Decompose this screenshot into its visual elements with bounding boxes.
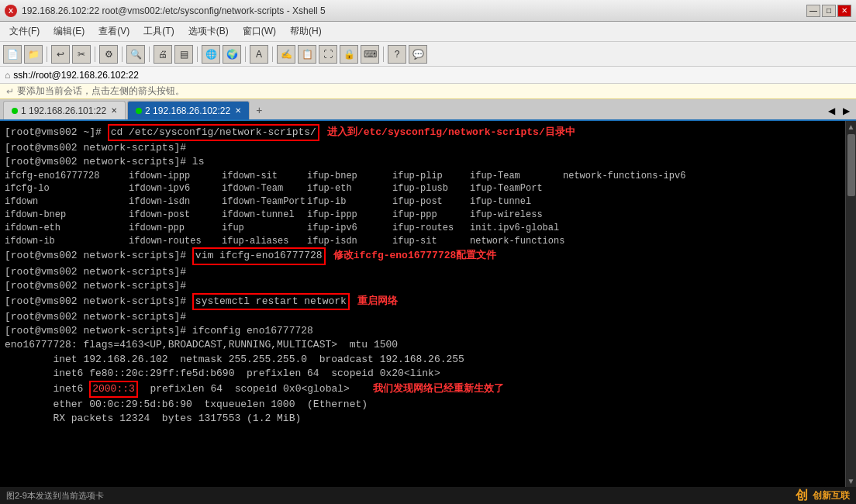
terminal-ls-row-3: ifdown ifdown-isdn ifdown-TeamPort ifup-…	[5, 195, 840, 209]
toolbar-sep-7	[272, 47, 273, 62]
globe-button[interactable]: 🌐	[202, 45, 220, 64]
toolbar-sep-5	[197, 47, 198, 62]
scroll-up-button[interactable]: ▲	[847, 123, 855, 131]
terminal-line-vim: [root@vms002 network-scripts]# vim ifcfg…	[5, 247, 840, 264]
toolbar-sep-2	[95, 47, 95, 62]
ifconfig-out-3: inet6 fe80::20c:29ff:fe5d:b690 prefixlen…	[5, 367, 840, 381]
font-button[interactable]: A	[250, 45, 268, 64]
lock-button[interactable]: 🔒	[340, 45, 358, 64]
toolbar-sep-8	[383, 47, 384, 62]
tab-2-label: 2 192.168.26.102:22	[145, 105, 230, 116]
toolbar-sep-4	[149, 47, 150, 62]
paste-button[interactable]: 📋	[298, 45, 316, 64]
logo-icon: 创	[796, 488, 808, 504]
tab-2-status-icon	[136, 108, 142, 114]
terminal-line-systemctl: [root@vms002 network-scripts]# systemctl…	[5, 293, 840, 310]
terminal-blank-2: [root@vms002 network-scripts]#	[5, 279, 840, 293]
title-bar: X 192.168.26.102:22 root@vms002:/etc/sys…	[0, 0, 856, 22]
menu-window[interactable]: 窗口(W)	[236, 23, 282, 40]
menu-tools[interactable]: 工具(T)	[137, 23, 180, 40]
annotation-systemctl: 重启网络	[357, 295, 398, 309]
chat-button[interactable]: 💬	[409, 45, 427, 64]
key-button[interactable]: ⌨	[361, 45, 379, 64]
terminal-line-ifconfig: [root@vms002 network-scripts]# ifconfig …	[5, 324, 840, 338]
tab-2[interactable]: 2 192.168.26.102:22 ✕	[127, 101, 250, 119]
scrollbar[interactable]: ▲ ▼	[845, 121, 856, 487]
add-tab-button[interactable]: +	[251, 102, 267, 118]
toolbar-sep-3	[122, 47, 123, 62]
window-controls: — □ ✕	[806, 5, 851, 17]
terminal-blank-1: [root@vms002 network-scripts]#	[5, 265, 840, 279]
compose-button[interactable]: ✍	[277, 45, 295, 64]
globe2-button[interactable]: 🌍	[223, 45, 241, 64]
new-session-button[interactable]: 📄	[3, 45, 22, 64]
terminal-ls-row-6: ifdown-ib ifdown-routes ifup-aliases ifu…	[5, 235, 840, 248]
expand-button[interactable]: ⛶	[319, 45, 337, 64]
menu-edit[interactable]: 编辑(E)	[47, 23, 91, 40]
print2-button[interactable]: ▤	[174, 45, 193, 64]
watermark-label: 图2-9本发送到当前选项卡	[6, 490, 104, 502]
terminal-blank-3: [root@vms002 network-scripts]#	[5, 310, 840, 324]
back-button[interactable]: ↩	[51, 45, 70, 64]
app-icon: X	[5, 5, 17, 17]
menu-tabs[interactable]: 选项卡(B)	[182, 23, 235, 40]
tab-nav-left[interactable]: ◀	[825, 104, 838, 118]
session-hint: ↵ 要添加当前会话，点击左侧的箭头按钮。	[0, 84, 856, 99]
menu-bar: 文件(F) 编辑(E) 查看(V) 工具(T) 选项卡(B) 窗口(W) 帮助(…	[0, 22, 856, 42]
tab-bar: 1 192.168.26.101:22 ✕ 2 192.168.26.102:2…	[0, 99, 856, 121]
help-button[interactable]: ?	[388, 45, 406, 64]
annotation-ipv6: 我们发现网络已经重新生效了	[373, 382, 504, 396]
toolbar: 📄 📁 ↩ ✂ ⚙ 🔍 🖨 ▤ 🌐 🌍 A ✍ 📋 ⛶ 🔒 ⌨ ? 💬	[0, 42, 856, 67]
toolbar-sep-6	[245, 47, 246, 62]
tab-nav-right[interactable]: ▶	[840, 104, 853, 118]
title-left: X 192.168.26.102:22 root@vms002:/etc/sys…	[5, 5, 326, 17]
maximize-button[interactable]: □	[822, 5, 836, 17]
systemctl-cmd: systemctl restart network	[192, 293, 350, 310]
vim-cmd: vim ifcfg-eno16777728	[192, 247, 326, 264]
app-window: X 192.168.26.102:22 root@vms002:/etc/sys…	[0, 0, 856, 504]
terminal-ls-row-4: ifdown-bnep ifdown-post ifdown-tunnel if…	[5, 209, 840, 222]
terminal-line-1: [root@vms002 ~]# cd /etc/sysconfig/netwo…	[5, 124, 840, 141]
annotation-vim: 修改ifcfg-eno16777728配置文件	[333, 249, 497, 263]
open-button[interactable]: 📁	[24, 45, 43, 64]
ifconfig-out-5: ether 00:0c:29:5d:b6:90 txqueuelen 1000 …	[5, 398, 840, 412]
hint-icon: ↵	[6, 86, 14, 97]
menu-file[interactable]: 文件(F)	[3, 23, 46, 40]
cmd-1: cd /etc/sysconfig/network-scripts/	[108, 124, 319, 141]
ls-col-1-1: ifcfg-eno16777728	[5, 170, 129, 183]
menu-help[interactable]: 帮助(H)	[284, 23, 328, 40]
hint-text: 要添加当前会话，点击左侧的箭头按钮。	[17, 85, 185, 98]
ipv6-highlight: 2000::3	[89, 381, 138, 398]
terminal-line-2: [root@vms002 network-scripts]#	[5, 141, 840, 155]
forward-button[interactable]: ✂	[72, 45, 91, 64]
terminal[interactable]: [root@vms002 ~]# cd /etc/sysconfig/netwo…	[0, 121, 845, 487]
search-button[interactable]: 🔍	[126, 45, 145, 64]
print-button[interactable]: 🖨	[154, 45, 172, 64]
terminal-ls-row-5: ifdown-eth ifdown-ppp ifup ifup-ipv6 ifu…	[5, 222, 840, 235]
tab-1-close[interactable]: ✕	[111, 106, 117, 115]
address-bar: ⌂ ssh://root@192.168.26.102:22	[0, 67, 856, 84]
minimize-button[interactable]: —	[806, 5, 820, 17]
window-title: 192.168.26.102:22 root@vms002:/etc/sysco…	[22, 5, 326, 16]
close-button[interactable]: ✕	[837, 5, 851, 17]
tab-1[interactable]: 1 192.168.26.101:22 ✕	[3, 101, 126, 119]
tab-1-label: 1 192.168.26.101:22	[21, 105, 106, 116]
address-text: ssh://root@192.168.26.102:22	[13, 70, 139, 81]
ifconfig-out-1: eno16777728: flags=4163<UP,BROADCAST,RUN…	[5, 338, 840, 352]
menu-view[interactable]: 查看(V)	[92, 23, 136, 40]
logo-text: 创新互联	[813, 489, 850, 502]
terminal-line-3: [root@vms002 network-scripts]# ls	[5, 155, 840, 169]
tab-1-status-icon	[12, 108, 18, 114]
ifconfig-out-6: RX packets 12324 bytes 1317553 (1.2 MiB)	[5, 412, 840, 426]
tab-2-close[interactable]: ✕	[235, 106, 241, 115]
settings-button[interactable]: ⚙	[99, 45, 118, 64]
content-area: [root@vms002 ~]# cd /etc/sysconfig/netwo…	[0, 121, 856, 487]
terminal-ls-row-1: ifcfg-eno16777728 ifdown-ippp ifdown-sit…	[5, 170, 840, 183]
scroll-thumb[interactable]	[847, 134, 855, 196]
scroll-down-button[interactable]: ▼	[847, 477, 855, 485]
tab-navigation: ◀ ▶	[825, 104, 853, 119]
address-icon: ⌂	[5, 70, 10, 81]
ifconfig-out-4: inet6 2000::3 prefixlen 64 scopeid 0x0<g…	[5, 381, 840, 398]
annotation-1: 进入到/etc/sysconfig/network-scripts/目录中	[327, 126, 575, 140]
ifconfig-out-2: inet 192.168.26.102 netmask 255.255.255.…	[5, 353, 840, 367]
